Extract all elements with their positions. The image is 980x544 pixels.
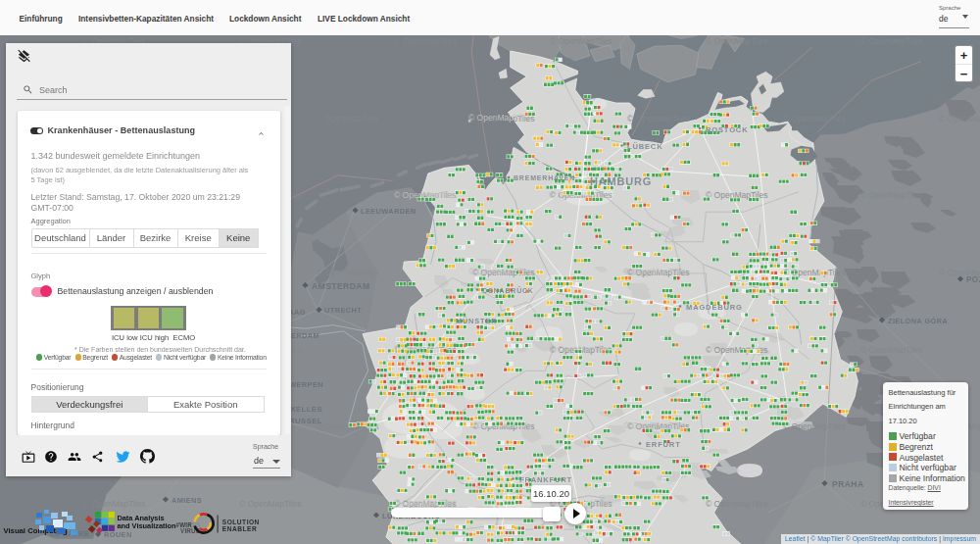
svg-text:MAGDEBURG: MAGDEBURG (686, 303, 743, 312)
svg-text:LEEUWARDEN: LEEUWARDEN (361, 207, 416, 216)
svg-text:and Visualization: and Visualization (117, 521, 176, 530)
svg-text:© OpenMapTiles: © OpenMapTiles (783, 421, 846, 431)
svg-text:© OpenMapTiles: © OpenMapTiles (860, 190, 923, 200)
svg-text:© OpenMapTiles: © OpenMapTiles (317, 114, 379, 124)
svg-text:UTRECHT: UTRECHT (324, 306, 362, 315)
svg-text:© OpenMapTiles: © OpenMapTiles (394, 36, 457, 46)
svg-text:© OpenMapTiles: © OpenMapTiles (939, 114, 980, 124)
svg-text:© OpenMapTiles: © OpenMapTiles (860, 36, 923, 46)
svg-text:PRAHA: PRAHA (832, 479, 864, 489)
svg-text:ROSTOCK: ROSTOCK (706, 125, 748, 134)
svg-text:BREMERHAVEN: BREMERHAVEN (514, 174, 575, 181)
svg-text:© OpenMapTiles: © OpenMapTiles (394, 498, 457, 508)
svg-text:HAMBURG: HAMBURG (590, 175, 652, 187)
svg-text:© OpenMapTiles: © OpenMapTiles (860, 345, 923, 355)
svg-text:© OpenMapTiles: © OpenMapTiles (550, 36, 612, 46)
svg-text:ZIELONA GÓRA: ZIELONA GÓRA (888, 317, 948, 325)
svg-text:AMSTERDAM: AMSTERDAM (312, 281, 369, 291)
svg-text:© OpenMapTiles: © OpenMapTiles (623, 420, 686, 430)
svg-text:© OpenMapTiles: © OpenMapTiles (468, 113, 531, 123)
svg-text:ENABLER: ENABLER (222, 525, 257, 532)
svg-text:ERFURT: ERFURT (646, 440, 681, 449)
svg-text:© OpenMapTiles: © OpenMapTiles (627, 114, 690, 124)
svg-text:© OpenMapTiles: © OpenMapTiles (783, 114, 846, 124)
svg-text:LÜBECK: LÜBECK (627, 142, 662, 151)
svg-text:© OpenMapTiles: © OpenMapTiles (706, 499, 768, 509)
svg-text:© OpenMapTiles: © OpenMapTiles (317, 268, 379, 277)
svg-text:OSNABRÜCK: OSNABRÜCK (482, 286, 534, 294)
svg-text:POZNAŃ: POZNAŃ (966, 274, 980, 284)
svg-text:MÜNSTER: MÜNSTER (456, 317, 497, 325)
svg-text:© OpenMapTiles: © OpenMapTiles (706, 36, 768, 46)
svg-text:FRANKFURT: FRANKFURT (519, 475, 572, 484)
